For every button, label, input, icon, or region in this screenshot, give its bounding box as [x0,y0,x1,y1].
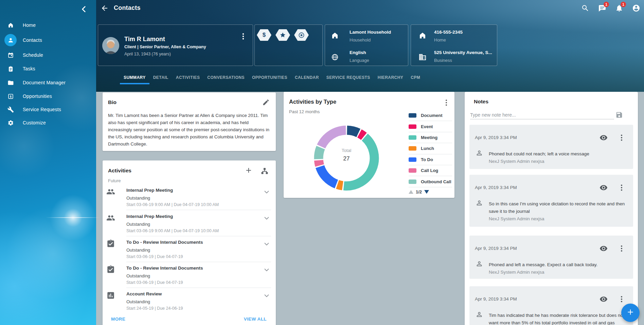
legend-page-down-icon[interactable] [424,190,429,194]
building-icon [418,53,427,61]
star-circle-badge-icon[interactable] [294,29,309,41]
add-activity-button[interactable] [245,166,253,174]
page-title: Contacts [114,4,141,12]
legend-swatch [409,146,416,151]
more-button[interactable]: MORE [111,317,125,322]
chart-subtitle: Past 12 months [289,109,320,114]
activity-status: Outstanding [126,299,150,304]
sidebar-item-home[interactable]: Home [0,18,96,32]
hierarchy-view-button[interactable] [261,167,269,175]
note-visibility-button[interactable] [600,184,608,192]
note-timestamp: Apr 9, 2019 3:34 PM [475,246,517,251]
wrench-icon [0,103,21,116]
legend-item: To Do [409,154,452,165]
tab-conversations[interactable]: CONVERSATIONS [203,71,248,84]
dollar-badge-icon[interactable]: $ [257,29,271,41]
notifications-button[interactable]: 1 [615,4,623,12]
edit-bio-button[interactable] [262,99,270,106]
chart-menu-button[interactable] [442,99,450,107]
view-all-button[interactable]: VIEW ALL [244,317,267,322]
house-icon [331,32,339,40]
account-button[interactable] [632,4,640,12]
activity-row[interactable]: Internal Prep Meeting Outstanding Start … [103,184,276,210]
activity-title: Internal Prep Meeting [126,188,173,193]
save-note-button[interactable] [615,111,623,119]
kebab-icon [442,102,450,108]
star-badge-icon[interactable] [275,29,290,41]
home-icon [0,19,21,31]
note-visibility-button[interactable] [600,295,608,303]
contact-info-card[interactable]: 416-555-2345 Home 525 University Avenue,… [411,24,497,66]
activity-title: Internal Prep Meeting [126,214,173,219]
legend-page-up-icon[interactable] [409,190,413,194]
activity-row[interactable]: To Do - Review Internal Documents Outsta… [103,262,276,288]
sidebar-item-opportunities[interactable]: $ Opportunities [0,89,96,103]
chevron-down-icon[interactable] [263,215,270,222]
sidebar-item-service-requests[interactable]: Service Requests [0,103,96,116]
note-text: So in this case I'm using voice dictatio… [489,200,626,215]
legend-item: Meeting [409,132,452,143]
sidebar-item-contacts[interactable]: Contacts [0,33,96,47]
legend-label: To Do [421,157,433,162]
chevron-down-icon[interactable] [263,266,270,274]
activity-row[interactable]: Internal Prep Meeting Outstanding Start … [103,210,276,236]
todo-clipboard-icon [106,239,115,248]
activity-row[interactable]: To Do - Review Internal Documents Outsta… [103,236,276,262]
sidebar-item-schedule[interactable]: Schedule [0,48,96,62]
tab-bar: SUMMARY DETAIL ACTIVITIES CONVERSATIONS … [120,71,424,84]
note-visibility-button[interactable] [600,244,608,253]
tab-service-requests[interactable]: SERVICE REQUESTS [323,71,374,84]
tab-activities[interactable]: ACTIVITIES [172,71,204,84]
note-menu-button[interactable] [618,295,626,303]
back-button[interactable] [101,4,109,12]
sidebar-item-tasks[interactable]: Tasks [0,62,96,75]
legend-swatch [409,168,416,173]
tab-hierarchy[interactable]: HIERARCHY [374,71,407,84]
person-outline-icon [476,199,483,207]
activity-status: Outstanding [126,222,150,227]
activity-status: Outstanding [126,195,150,201]
chevron-down-icon[interactable] [263,240,270,248]
activity-title: Account Review [126,291,162,296]
sidebar-item-document-manager[interactable]: Document Manager [0,76,96,89]
tab-cpm[interactable]: CPM [407,71,424,84]
legend-page-indicator: 1/2 [416,189,422,194]
note-text: Tim has indicated that he has moderate r… [489,312,626,325]
household-card[interactable]: Lamont Household Household English Langu… [325,24,408,66]
sidebar-item-customize[interactable]: Customize [0,116,96,130]
legend-label: Event [421,124,433,129]
new-note-input[interactable] [470,111,614,119]
household-type: Household [350,37,371,42]
tab-opportunities[interactable]: OPPORTUNITIES [248,71,291,84]
avatar [102,37,119,54]
svg-text:$: $ [10,95,12,98]
meeting-people-icon [106,187,115,196]
sidebar-item-label: Service Requests [23,107,61,112]
conversations-button[interactable]: 1 [598,4,606,12]
donut-center-label: Total [312,148,380,153]
profile-menu-button[interactable] [239,32,247,40]
note-menu-button[interactable] [618,244,626,253]
clipboard-icon [0,63,21,75]
note-menu-button[interactable] [618,184,626,192]
note-timestamp: Apr 9, 2019 3:34 PM [475,296,517,302]
activity-row[interactable]: Account Review Outstanding Start 24-05-1… [103,288,276,314]
sidebar-item-label: Document Manager [23,80,66,85]
sidebar-collapse-button[interactable] [79,5,88,14]
note-visibility-button[interactable] [600,134,608,142]
tab-calendar[interactable]: CALENDAR [291,71,323,84]
add-button[interactable] [621,304,640,322]
note-menu-button[interactable] [618,134,626,142]
search-button[interactable] [581,4,589,12]
chevron-down-icon[interactable] [263,188,270,196]
note-author: NexJ System Admin nexjsa [489,215,626,223]
tab-detail[interactable]: DETAIL [149,71,172,84]
profile-card: Tim R Lamont Client | Senior Partner, Al… [98,24,253,66]
note-timestamp: Apr 9, 2019 3:34 PM [475,135,517,140]
tab-summary[interactable]: SUMMARY [120,71,149,84]
chart-title: Activities by Type [289,99,336,105]
activities-group-label: Future [108,178,121,183]
chevron-down-icon[interactable] [263,292,270,300]
topbar-actions: 1 1 [581,4,640,12]
globe-icon [331,53,339,61]
